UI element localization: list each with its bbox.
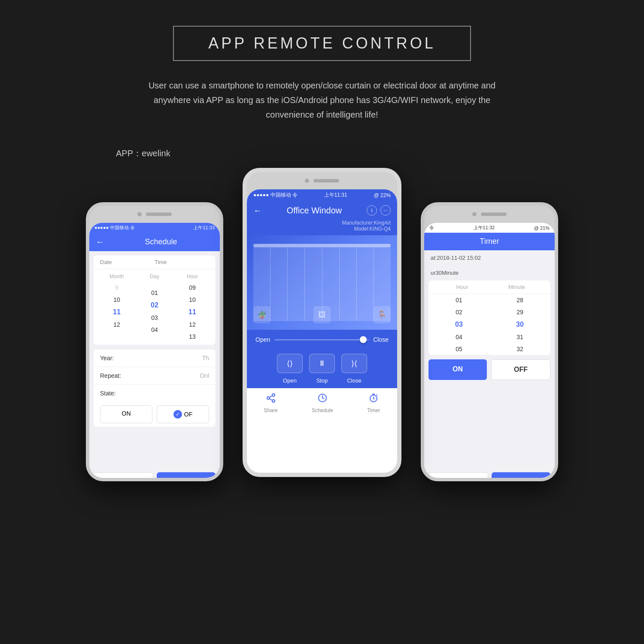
more-icon[interactable]: ··· <box>380 205 391 216</box>
timer-icon <box>368 393 379 406</box>
app-header-right: Timer <box>424 233 555 250</box>
date-section: Date Time Month 9 10 11 12 <box>94 255 216 345</box>
phone-left: ●●●●● 中国移动 令 上午11:33 ← Schedule Date Tim… <box>86 202 223 481</box>
timer-hour-col: 01 02 03 04 05 <box>428 294 489 355</box>
svg-line-4 <box>269 396 272 398</box>
timer-content: at:2018-11-02 15:02 ur30Minute Hour Minu… <box>424 250 555 468</box>
info-icon[interactable]: i <box>367 205 377 216</box>
close-button[interactable]: ⟩⟨ <box>341 354 367 373</box>
svg-point-0 <box>272 394 275 396</box>
time-center: 上午11:31 <box>324 191 347 199</box>
room-icons: 🪴 🖼 🪑 <box>253 306 391 323</box>
timer-minute-3: 30 <box>489 318 550 331</box>
back-button-center[interactable]: ← <box>253 206 262 216</box>
close-icon: ⟩⟨ <box>351 359 357 368</box>
open-icon: ⟨⟩ <box>287 359 293 368</box>
hour-row-1: 09 <box>173 282 211 294</box>
timer-hour-4: 04 <box>428 331 489 343</box>
cancel-button-left[interactable]: Cancel <box>94 472 153 481</box>
state-row: State: <box>94 384 216 402</box>
bottom-nav: Share Schedule <box>247 388 397 418</box>
timer-on-off: ON OFF <box>428 359 550 380</box>
open-btn-label: Open <box>277 377 303 384</box>
day-row-2: 02 <box>136 299 173 312</box>
manufacturer: Manufacturer:KingArt <box>253 220 391 226</box>
open-label: Open <box>255 336 270 343</box>
phone-right: 令 上午11:32 @ 21% Timer at:2018-11-02 15:0… <box>421 202 558 481</box>
time-label: Time <box>155 259 209 265</box>
date-section-header: Date Time <box>94 255 216 269</box>
stop-button[interactable]: ⏸ <box>309 354 335 373</box>
repeat-row: Repeat: Onl <box>94 367 216 384</box>
svg-line-3 <box>269 399 272 401</box>
on-off-row: ON ✓ OF <box>94 402 216 427</box>
carrier-left: ●●●●● 中国移动 令 <box>94 225 135 231</box>
ctrl-btn-labels: Open Stop Close <box>247 375 397 388</box>
timer-picker-rows: 01 02 03 04 05 28 29 30 31 <box>428 294 550 355</box>
off-button-right[interactable]: OFF <box>491 359 550 380</box>
phone-top-bar-right <box>424 206 555 223</box>
camera-center <box>305 179 309 183</box>
off-button-left[interactable]: ✓ OF <box>157 405 209 423</box>
phone-top-bar-center <box>247 172 397 189</box>
open-button[interactable]: ⟨⟩ <box>277 354 303 373</box>
office-window-title: Office Window <box>262 206 367 216</box>
day-row-1: 01 <box>136 287 173 299</box>
hour-header-right: Hour <box>435 284 489 290</box>
timer-hour-5: 05 <box>428 343 489 355</box>
speaker-left <box>146 213 172 216</box>
month-row-3: 11 <box>98 306 136 319</box>
minute-header-right: Minute <box>489 284 544 290</box>
timer-info-2: ur30Minute <box>424 265 555 280</box>
save-button-right[interactable]: Save <box>492 472 550 481</box>
date-label: Date <box>100 259 155 265</box>
bottom-buttons-right: ncel Save <box>424 468 555 481</box>
timer-info-1: at:2018-11-02 15:02 <box>424 250 555 265</box>
slider-thumb[interactable] <box>360 336 367 343</box>
year-value: Th <box>202 355 209 361</box>
close-label: Close <box>373 336 389 343</box>
stop-btn-label: Stop <box>309 377 335 384</box>
timer-picker[interactable]: Hour Minute 01 02 03 04 05 <box>428 280 550 355</box>
speaker-center <box>313 179 339 182</box>
hour-row-4: 12 <box>173 319 211 331</box>
slider-track[interactable] <box>275 339 369 340</box>
day-row-3: 03 <box>136 312 173 324</box>
picture-icon: 🖼 <box>313 306 331 323</box>
battery-center: @ 22% <box>374 192 391 198</box>
hour-header: Hour <box>173 271 211 282</box>
bottom-buttons-left: Cancel Sav <box>89 468 220 481</box>
svg-point-2 <box>272 400 275 402</box>
schedule-content: Date Time Month 9 10 11 12 <box>89 251 220 468</box>
checkmark-icon: ✓ <box>173 410 182 419</box>
hour-row-3: 11 <box>173 306 211 319</box>
status-bar-right: 令 上午11:32 @ 21% <box>424 223 555 233</box>
page-title: APP REMOTE CONTROL <box>208 34 435 52</box>
month-col: Month 9 10 11 12 <box>98 271 136 343</box>
save-button-left[interactable]: Sav <box>157 472 216 481</box>
on-button-right[interactable]: ON <box>428 359 487 380</box>
pause-icon: ⏸ <box>318 359 326 368</box>
repeat-value: Onl <box>200 372 209 379</box>
slider-area[interactable]: Open Close <box>247 330 397 349</box>
state-label: State: <box>100 390 209 397</box>
battery-right: @ 21% <box>534 225 550 231</box>
time-right: 上午11:32 <box>474 225 495 231</box>
nav-share[interactable]: Share <box>264 393 278 413</box>
nav-schedule[interactable]: Schedule <box>312 393 333 413</box>
back-button-left[interactable]: ← <box>96 237 104 247</box>
timer-minute-1: 28 <box>489 294 550 306</box>
status-bar-left: ●●●●● 中国移动 令 上午11:33 <box>89 223 220 233</box>
nav-timer[interactable]: Timer <box>367 393 380 413</box>
curtain-rod <box>253 244 391 247</box>
day-row-0 <box>136 282 173 287</box>
camera-right <box>472 212 477 216</box>
year-section: Year: Th Repeat: Onl State: ON <box>94 349 216 427</box>
date-picker[interactable]: Month 9 10 11 12 Day 01 02 <box>94 269 216 345</box>
svg-line-8 <box>377 395 377 395</box>
on-button-left[interactable]: ON <box>100 405 152 423</box>
hour-row-5: 13 <box>173 331 211 343</box>
schedule-nav-label: Schedule <box>312 407 333 413</box>
cancel-button-right[interactable]: ncel <box>428 472 488 481</box>
center-header: ← Office Window i ··· <box>247 201 397 220</box>
